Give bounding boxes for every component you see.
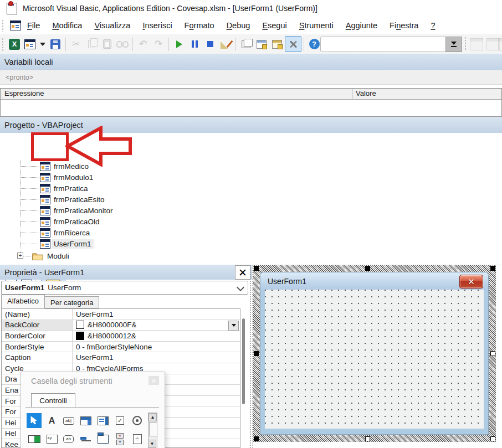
tab-per-categoria[interactable]: Per categoria	[44, 296, 99, 308]
resize-handle[interactable]	[254, 351, 259, 356]
control-frame[interactable]: xy	[44, 431, 59, 446]
tree-item-frmPratica[interactable]: frmPratica	[0, 183, 502, 194]
control-togglebutton[interactable]	[27, 431, 42, 446]
design-mode-icon	[221, 40, 230, 49]
insert-userform-button[interactable]	[22, 37, 38, 52]
toolbar-grip[interactable]	[464, 37, 467, 51]
userform-grid-body[interactable]	[265, 290, 484, 429]
menu-formato[interactable]: Formato	[178, 17, 221, 34]
menu-file[interactable]: File	[21, 17, 46, 34]
properties-scrollbar-thumb[interactable]	[242, 318, 245, 404]
paste-button[interactable]	[99, 37, 115, 52]
tree-item-frmPraticaEsito[interactable]: frmPraticaEsito	[0, 194, 502, 205]
tree-item-Moduli[interactable]: + Moduli	[0, 250, 502, 261]
pause-icon	[192, 40, 198, 48]
control-commandbutton[interactable]: ab	[61, 431, 76, 446]
redo-button[interactable]: ↷	[151, 37, 166, 52]
property-row[interactable]: (Name) UserForm1	[2, 309, 240, 320]
userform-caption: UserForm1	[268, 277, 306, 286]
resize-handle[interactable]	[254, 266, 259, 271]
resize-handle[interactable]	[365, 436, 370, 441]
watch-table: Espressione Valore	[0, 88, 502, 117]
menubar-grip[interactable]	[2, 19, 4, 32]
align-left-icon[interactable]	[470, 38, 483, 50]
control-select-pointer[interactable]	[27, 413, 42, 428]
tree-item-frmPraticaMonitor[interactable]: frmPraticaMonitor	[0, 205, 502, 216]
control-label[interactable]: A	[44, 413, 59, 428]
resize-handle[interactable]	[254, 436, 259, 441]
property-row[interactable]: BorderColor &H80000012&	[2, 331, 240, 342]
property-row[interactable]: BorderStyle 0 - fmBorderStyleNone	[2, 342, 240, 353]
tree-item-frmPraticaOld[interactable]: frmPraticaOld	[0, 216, 502, 227]
design-mode-button[interactable]	[218, 37, 233, 52]
binoculars-icon	[116, 41, 129, 48]
dropdown-arrow-icon	[451, 42, 457, 45]
control-scrollbar[interactable]: ÷	[130, 431, 145, 446]
reset-button[interactable]	[202, 37, 218, 52]
resize-handle[interactable]	[490, 436, 495, 441]
insert-dropdown-arrow-icon[interactable]	[40, 43, 45, 46]
userform-titlebar: UserForm1	[260, 272, 488, 290]
toolbar-separator	[168, 38, 169, 51]
properties-window-button[interactable]	[254, 37, 269, 52]
panel-resize-grip[interactable]	[249, 265, 253, 448]
column-valore: Valore	[352, 89, 501, 99]
scroll-down-button[interactable]: ▼	[148, 440, 156, 448]
property-row[interactable]: Caption UserForm1	[2, 352, 240, 363]
menu-modifica[interactable]: Modifica	[46, 17, 88, 34]
tree-item-UserForm1[interactable]: UserForm1	[0, 238, 502, 249]
toolbar-options-button[interactable]	[445, 37, 462, 52]
object-browser-button[interactable]	[269, 37, 285, 52]
toolbox-button[interactable]	[285, 36, 301, 52]
toolbox-scrollbar-thumb[interactable]	[149, 422, 157, 436]
value-dropdown-button[interactable]	[228, 321, 239, 331]
tree-item-frmRicerca[interactable]: frmRicerca	[0, 227, 502, 238]
userform-close-button[interactable]: ✕	[459, 275, 483, 289]
cut-button[interactable]: ✂	[68, 37, 84, 52]
save-button[interactable]	[48, 37, 63, 52]
resize-handle[interactable]	[490, 266, 495, 271]
properties-close-button[interactable]: ✕	[235, 265, 250, 280]
menu-esegui[interactable]: Esegui	[256, 17, 293, 34]
tab-alfabetico[interactable]: Alfabetico	[1, 295, 45, 308]
scroll-up-button[interactable]: ▲	[148, 413, 157, 421]
tab-controlli[interactable]: Controlli	[31, 393, 75, 408]
run-button[interactable]	[171, 37, 187, 52]
break-button[interactable]	[187, 37, 202, 52]
control-scrollbar-horizontal[interactable]	[78, 431, 93, 446]
align-right-icon[interactable]	[498, 38, 502, 50]
userform-icon	[40, 195, 50, 204]
control-combobox[interactable]	[78, 413, 93, 428]
menu-aggiunte[interactable]: Aggiunte	[340, 17, 383, 34]
control-listbox[interactable]	[95, 413, 110, 428]
menu-visualizza[interactable]: Visualizza	[88, 17, 136, 34]
control-checkbox[interactable]: ✓	[112, 413, 127, 428]
tree-item-frmModulo1[interactable]: frmModulo1	[0, 172, 502, 183]
menu-inserisci[interactable]: Inserisci	[136, 17, 178, 34]
properties-tabs: Alfabetico Per categoria	[1, 295, 248, 308]
control-optionbutton[interactable]	[130, 413, 145, 428]
undo-button[interactable]: ↶	[135, 37, 151, 52]
view-excel-button[interactable]: X	[7, 37, 22, 52]
property-row-selected[interactable]: BackColor &H8000000F&	[2, 320, 240, 331]
menu-finestra[interactable]: Finestra	[383, 17, 424, 34]
object-selector-combo[interactable]: UserForm1 UserForm	[1, 281, 248, 295]
menu-debug[interactable]: Debug	[221, 17, 257, 34]
toolbox-close-button[interactable]: ×	[148, 376, 159, 385]
resize-handle[interactable]	[490, 351, 495, 356]
find-button[interactable]	[115, 37, 130, 52]
userform-design-surface[interactable]: UserForm1 ✕	[260, 272, 489, 435]
multipage-icon	[98, 435, 109, 444]
expand-plus-icon[interactable]: +	[17, 253, 23, 259]
toolbar-combo-box[interactable]	[320, 37, 447, 52]
help-button[interactable]: ?	[306, 37, 322, 52]
copy-button[interactable]	[84, 37, 99, 52]
control-spinbutton[interactable]: ▲▼	[112, 431, 127, 446]
project-explorer-button[interactable]	[238, 37, 254, 52]
control-multipage[interactable]	[95, 431, 110, 446]
resize-handle[interactable]	[365, 266, 370, 271]
toolbar-grip[interactable]	[2, 38, 4, 51]
menu-help[interactable]: ?	[424, 17, 441, 34]
menu-strumenti[interactable]: Strumenti	[293, 17, 340, 34]
control-textbox[interactable]: ab|	[61, 413, 76, 428]
